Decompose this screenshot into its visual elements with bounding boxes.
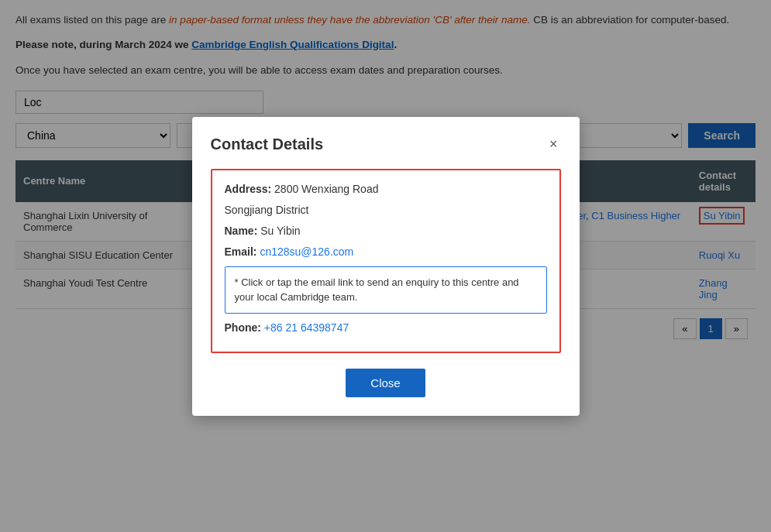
email-note: * Click or tap the email link to send an… xyxy=(225,266,547,314)
contact-info-box: Address: 2800 Wenxiang Road Songjiang Di… xyxy=(211,169,561,353)
address-line1: 2800 Wenxiang Road xyxy=(274,183,378,195)
name-value: Su Yibin xyxy=(260,225,300,237)
modal-header: Contact Details × xyxy=(211,136,561,153)
modal-box: Contact Details × Address: 2800 Wenxiang… xyxy=(192,117,580,361)
modal-title: Contact Details xyxy=(211,136,324,153)
address-line2: Songjiang District xyxy=(225,202,547,218)
name-line: Name: Su Yibin xyxy=(225,223,547,239)
modal-overlay[interactable]: Contact Details × Address: 2800 Wenxiang… xyxy=(0,0,771,361)
email-link[interactable]: cn128su@126.com xyxy=(260,245,353,258)
email-label: Email: xyxy=(225,245,257,258)
phone-link[interactable]: +86 21 64398747 xyxy=(264,321,349,334)
name-label: Name: xyxy=(225,225,258,237)
address-line: Address: 2800 Wenxiang Road xyxy=(225,181,547,197)
address-label: Address: xyxy=(225,183,272,195)
phone-label: Phone: xyxy=(225,321,261,334)
email-line: Email: cn128su@126.com xyxy=(225,244,547,260)
modal-close-x-button[interactable]: × xyxy=(546,136,561,153)
phone-line: Phone: +86 21 64398747 xyxy=(225,320,547,336)
